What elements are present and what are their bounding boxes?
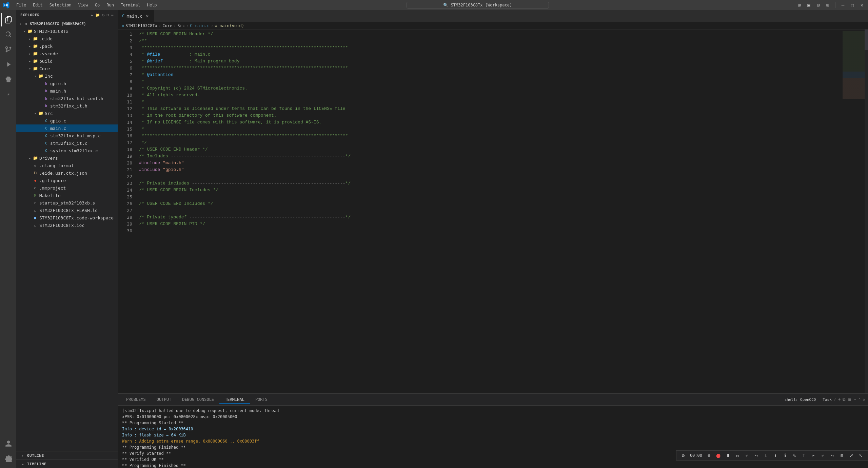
debug-record-btn[interactable]: ⏺ <box>714 451 723 460</box>
tab-terminal[interactable]: TERMINAL <box>219 396 250 404</box>
tree-eide[interactable]: 📁 .eide <box>16 35 118 42</box>
debug-toolbar: ⚙ 00:00 ⊕ ⏺ ⏸ ↻ ↩ ↪ ⬇ ⬆ ℹ ✎ T ✂ ↩ ↪ ⊟ ⤢ … <box>676 450 868 461</box>
outline-header[interactable]: OUTLINE <box>16 451 118 460</box>
debug-split-btn[interactable]: ⊟ <box>838 451 846 460</box>
tree-system-c[interactable]: C system_stm32f1xx.c <box>16 147 118 154</box>
tree-hal-conf-h[interactable]: h stm32f1xx_hal_conf.h <box>16 95 118 102</box>
menu-file[interactable]: File <box>14 2 29 8</box>
activity-explorer[interactable] <box>1 13 15 26</box>
tab-close-btn[interactable]: ✕ <box>144 13 150 19</box>
tab-debug-console[interactable]: DEBUG CONSOLE <box>177 396 219 403</box>
tree-vscode[interactable]: 📁 .vscode <box>16 50 118 57</box>
menu-go[interactable]: Go <box>92 2 102 8</box>
debug-edit-var-btn[interactable]: ✎ <box>790 451 798 460</box>
terminal-close[interactable]: ✕ <box>863 397 865 402</box>
debug-text-btn[interactable]: T <box>800 451 808 460</box>
terminal-trash[interactable]: 🗑 <box>848 397 852 402</box>
titlebar-menu[interactable]: File Edit Selection View Go Run Terminal… <box>14 2 160 8</box>
tree-main-c[interactable]: C main.c <box>16 124 118 132</box>
debug-undo-btn[interactable]: ↩ <box>819 451 827 460</box>
breadcrumb-core[interactable]: Core <box>162 23 172 28</box>
activity-search[interactable] <box>1 28 15 41</box>
tree-it-c[interactable]: C stm32f1xx_it.c <box>16 139 118 147</box>
tree-eide-ctx[interactable]: {} .eide.usr.ctx.json <box>16 169 118 177</box>
layout-toggle[interactable]: ⊞ <box>796 2 803 8</box>
tree-pack[interactable]: 📁 .pack <box>16 42 118 50</box>
debug-minimize-btn[interactable]: ⤡ <box>857 451 865 460</box>
debug-cut-btn[interactable]: ✂ <box>809 451 817 460</box>
shell-check[interactable]: ✓ <box>834 397 836 402</box>
tab-main-c[interactable]: C main.c ✕ <box>118 10 154 22</box>
menu-run[interactable]: Run <box>104 2 117 8</box>
tree-drivers[interactable]: 📁 Drivers <box>16 154 118 162</box>
close-btn[interactable]: ✕ <box>859 2 865 8</box>
debug-step-into-btn[interactable]: ⬇ <box>762 451 770 460</box>
layout-sidebar[interactable]: ▣ <box>805 2 812 8</box>
tree-core[interactable]: 📁 Core <box>16 65 118 72</box>
tree-makefile[interactable]: M Makefile <box>16 192 118 199</box>
debug-redo-btn[interactable]: ↪ <box>828 451 836 460</box>
menu-terminal[interactable]: Terminal <box>118 2 143 8</box>
breadcrumb-file[interactable]: C main.c <box>190 23 210 28</box>
tree-main-h[interactable]: h main.h <box>16 87 118 95</box>
tree-mxproject[interactable]: ◻ .mxproject <box>16 184 118 192</box>
menu-view[interactable]: View <box>76 2 91 8</box>
tree-code-workspace[interactable]: ■ STM32F103C8Tx.code-workspace <box>16 214 118 221</box>
tree-build[interactable]: 📁 build <box>16 57 118 65</box>
menu-help[interactable]: Help <box>144 2 160 8</box>
tree-gitignore[interactable]: ◆ .gitignore <box>16 177 118 184</box>
tree-flash-ld[interactable]: ◻ STM32F103C8Tx_FLASH.ld <box>16 207 118 214</box>
breadcrumb-src[interactable]: Src <box>177 23 185 28</box>
tab-problems[interactable]: PROBLEMS <box>121 396 151 403</box>
terminal-maximize[interactable]: ⌃ <box>859 397 861 402</box>
debug-maximize-btn[interactable]: ⤢ <box>847 451 855 460</box>
tab-output[interactable]: OUTPUT <box>151 396 177 403</box>
tree-gpio-c[interactable]: C gpio.c <box>16 117 118 124</box>
breadcrumb-function[interactable]: ⊕ main(void) <box>215 23 244 28</box>
tree-clang-format[interactable]: ⚙ .clang-format <box>16 162 118 169</box>
tree-hal-msp-c[interactable]: C stm32f1xx_hal_msp.c <box>16 132 118 139</box>
activity-eide[interactable]: ⚡ <box>1 87 15 101</box>
terminal-more[interactable]: ⋯ <box>854 397 856 402</box>
collapse-icon[interactable]: ⊟ <box>107 13 109 17</box>
layout-grid[interactable]: ⊞ <box>824 2 831 8</box>
tree-src[interactable]: 📁 Src <box>16 110 118 117</box>
debug-restart-btn[interactable]: ↻ <box>733 451 742 460</box>
tab-ports[interactable]: PORTS <box>250 396 273 403</box>
tree-stm32-root[interactable]: 📁 STM32F103C8Tx <box>16 27 118 35</box>
refresh-icon[interactable]: ↻ <box>102 13 105 17</box>
tree-inc[interactable]: 📁 Inc <box>16 72 118 80</box>
tree-it-h[interactable]: h stm32f1xx_it.h <box>16 102 118 110</box>
tree-ioc[interactable]: ◻ STM32F103C8Tx.ioc <box>16 221 118 229</box>
layout-split[interactable]: ⊟ <box>815 2 822 8</box>
minimize-btn[interactable]: ─ <box>840 2 846 8</box>
activity-account[interactable] <box>1 437 15 450</box>
menu-selection[interactable]: Selection <box>47 2 74 8</box>
breadcrumb-stm32[interactable]: STM32F103C8Tx <box>125 23 157 28</box>
debug-cursor-btn[interactable]: ⊕ <box>705 451 713 460</box>
debug-step-out-btn[interactable]: ⬆ <box>771 451 780 460</box>
global-search[interactable]: 🔍 STM32F103C8Tx (Workspace) <box>407 2 549 8</box>
timeline-header[interactable]: TIMELINE <box>16 460 118 468</box>
debug-pause-btn[interactable]: ⏸ <box>724 451 732 460</box>
debug-settings-btn[interactable]: ⚙ <box>679 451 687 460</box>
restore-btn[interactable]: □ <box>849 2 856 8</box>
debug-step-forward-btn[interactable]: ↪ <box>752 451 761 460</box>
debug-info-btn[interactable]: ℹ <box>781 451 789 460</box>
tree-gpio-h[interactable]: h gpio.h <box>16 80 118 87</box>
terminal-split[interactable]: ⧉ <box>843 397 846 402</box>
new-file-icon[interactable]: + <box>91 13 93 17</box>
debug-step-back-btn[interactable]: ↩ <box>743 451 751 460</box>
activity-settings[interactable] <box>1 452 15 465</box>
code-line-17: */ <box>139 139 837 146</box>
more-icon[interactable]: ⋯ <box>111 13 114 17</box>
activity-source-control[interactable] <box>1 43 15 56</box>
code-area[interactable]: /* USER CODE BEGIN Header */ /** *******… <box>135 30 841 393</box>
activity-run-debug[interactable] <box>1 58 15 71</box>
workspace-root[interactable]: ⊞ STM32F103C8TX (WORKSPACE) <box>16 20 118 27</box>
terminal-add[interactable]: + <box>838 397 841 402</box>
activity-extensions[interactable] <box>1 73 15 86</box>
menu-edit[interactable]: Edit <box>30 2 45 8</box>
new-folder-icon[interactable]: 📁 <box>95 13 100 17</box>
tree-startup[interactable]: ◻ startup_stm32f103xb.s <box>16 199 118 207</box>
